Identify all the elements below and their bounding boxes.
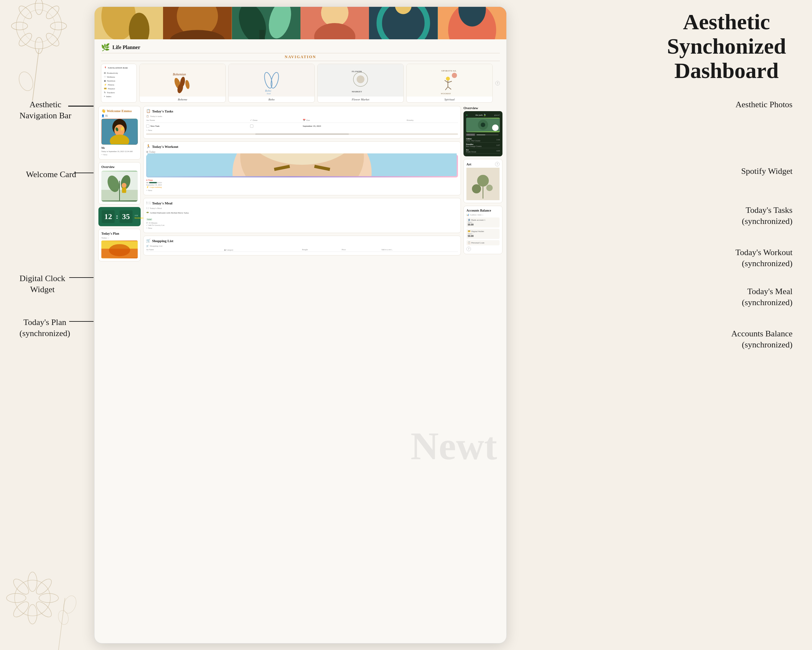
account-bank-amount: $0.00 (468, 223, 498, 226)
nav-item-nutrition[interactable]: ◉Nutrition (104, 79, 134, 83)
right-overview-title: Overview (464, 106, 502, 110)
account-wallet-name: 💳Digital Wallet (468, 230, 498, 233)
svg-point-4 (11, 22, 27, 30)
nav-item-wellness[interactable]: ♡Wellness (104, 75, 134, 79)
meal-title: Today's Meal (152, 201, 172, 205)
boho-label: Boho (229, 96, 314, 102)
clock-hours: 12 (102, 210, 114, 223)
svg-line-21 (58, 598, 65, 650)
header-strip (95, 7, 506, 39)
tasks-new-btn[interactable]: + New (146, 128, 458, 132)
tasks-table: Aα Name ✓ Done 📅 Due Priority New Task (146, 119, 458, 128)
logo-area: 🌿 Life Planner (95, 39, 506, 53)
spotify-track-3: Ivy Frank Ocean 4:09 (466, 148, 500, 154)
spiritual-img: SPIRITUAL WOOMAN (407, 64, 492, 96)
svg-point-51 (263, 72, 273, 89)
workout-title-row: 🏃 Today's Workout (146, 144, 458, 148)
tasks-col-done: ✓ Done (250, 119, 301, 122)
svg-point-11 (17, 70, 35, 93)
track-2-artist: Rex Orange County (466, 145, 482, 147)
svg-line-65 (445, 87, 448, 90)
track-3-artist: Frank Ocean (466, 151, 476, 153)
track-3-duration: 4:09 (496, 150, 500, 152)
nav-card-boheme[interactable]: Bohemian Boheme (139, 64, 226, 103)
plan-preview-img (101, 240, 138, 258)
shopping-title-row: 🛒 Shopping List (146, 239, 458, 243)
art-title-row: Art ? (466, 162, 499, 167)
nav-item-productivity[interactable]: ⊞Productivity (104, 71, 134, 75)
art-question-badge[interactable]: ? (495, 162, 499, 167)
spotify-track-2: Paradise Rex Orange County 3:37 (466, 143, 500, 148)
workout-tags: ● Yoga (146, 179, 458, 181)
nav-item-trackers[interactable]: ↻Trackers (104, 91, 134, 95)
welcome-new-btn[interactable]: + New (101, 153, 138, 157)
svg-point-17 (11, 577, 31, 597)
svg-point-79 (122, 183, 127, 188)
tasks-title-row: 📋 Today's Tasks (146, 109, 458, 113)
welcome-hi: 👤 Hi (101, 115, 138, 117)
svg-text:Boho: Boho (265, 89, 271, 92)
nav-item-fitness[interactable]: ⚡Fitness (104, 83, 134, 87)
svg-rect-36 (259, 30, 265, 39)
track-1-artist: Tyler, The Creator (466, 140, 480, 142)
bg-flower-bottom-left (0, 533, 91, 650)
spotify-progress-bar[interactable] (476, 135, 499, 135)
shopping-col-name: Aα Name (146, 249, 223, 251)
tasks-icon: 📋 (146, 109, 151, 113)
track-1-duration: 3:44 (496, 139, 500, 141)
workout-new-btn[interactable]: + New (146, 188, 458, 193)
annotation-welcome-card: Welcome Card (26, 169, 76, 180)
spotify-title: the park 🍃 (476, 114, 487, 116)
todays-meal-card: 🍽️ Today's Meal 🍽️ Today's Meal 🥗 Grille… (143, 198, 461, 233)
svg-point-14 (28, 604, 37, 624)
nav-sidebar-title: 📍 NAVIGATION BAR (104, 67, 134, 69)
spotify-play-btn[interactable]: ▶ (492, 124, 499, 131)
nav-item-finance[interactable]: 💳Finance (104, 87, 134, 91)
header-img-5 (369, 7, 438, 39)
header-img-4 (301, 7, 369, 39)
account-loan: 📋Personal Loan (466, 240, 499, 245)
workout-title: Today's Workout (152, 145, 178, 148)
svg-point-22 (61, 594, 79, 615)
tasks-col-priority: Priority (407, 119, 458, 122)
spotify-widget: ● the park 🍃 grace! ▶ PREVIEW (464, 111, 502, 156)
clock-colon: : (116, 213, 118, 220)
nav-item-index[interactable]: ≡Index (104, 95, 134, 98)
annotation-todays-plan: Today's Plan(synchronized) (20, 317, 70, 339)
workout-yoga-tag: ● Yoga (146, 179, 153, 181)
meal-new-btn[interactable]: + New (146, 226, 458, 230)
svg-point-60 (452, 73, 457, 78)
svg-text:MARKET: MARKET (352, 90, 362, 93)
tasks-scrollbar[interactable] (146, 133, 458, 135)
svg-text:WOOMAN: WOOMAN (441, 92, 451, 95)
boheme-img: Bohemian (140, 64, 226, 96)
nav-card-spiritual[interactable]: SPIRITUAL WOOMAN Spiritual (406, 64, 493, 103)
svg-point-9 (44, 31, 61, 48)
svg-point-93 (481, 122, 485, 127)
nav-question-badge[interactable]: ? (495, 81, 500, 86)
svg-point-7 (44, 4, 61, 21)
svg-point-20 (34, 599, 54, 619)
annotation-accounts-balance: Accounts Balance(synchronized) (731, 328, 792, 350)
account-wallet: 💳Digital Wallet Total ↑ $0.00 (466, 229, 499, 239)
svg-rect-80 (122, 188, 126, 193)
plan-subtitle: Today ↓ (101, 237, 138, 239)
workout-stats: 56 (146, 181, 458, 184)
nav-card-boho[interactable]: Boho Soul Boho (228, 64, 315, 103)
nav-card-flower-market[interactable]: FLOWER MARKET Flower Market (317, 64, 404, 103)
track-2-duration: 3:37 (496, 144, 500, 146)
annotation-spotify: Spotify Widget (741, 166, 792, 177)
nav-sidebar: 📍 NAVIGATION BAR ⊞Productivity ♡Wellness… (101, 64, 137, 103)
header-img-6 (438, 7, 506, 39)
svg-point-1 (23, 10, 55, 42)
nav-icon: 📍 (104, 67, 107, 69)
spotify-progress: PREVIEW (466, 133, 500, 136)
clock-minutes: 35 (119, 210, 133, 223)
nav-cards: Bohemian Boheme (139, 64, 500, 103)
accounts-question-badge[interactable]: ? (466, 247, 471, 251)
svg-point-83 (109, 245, 130, 257)
task-done (250, 124, 301, 128)
meal-badge: Salad (146, 218, 152, 221)
task-done-checkbox[interactable] (250, 124, 253, 128)
task-checkbox[interactable] (146, 124, 150, 128)
